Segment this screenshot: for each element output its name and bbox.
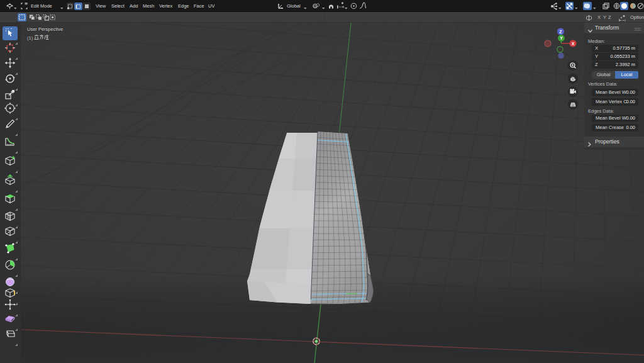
svg-text:Z: Z <box>559 30 562 34</box>
svg-text:Y: Y <box>560 36 563 40</box>
svg-text:X: X <box>572 42 575 46</box>
